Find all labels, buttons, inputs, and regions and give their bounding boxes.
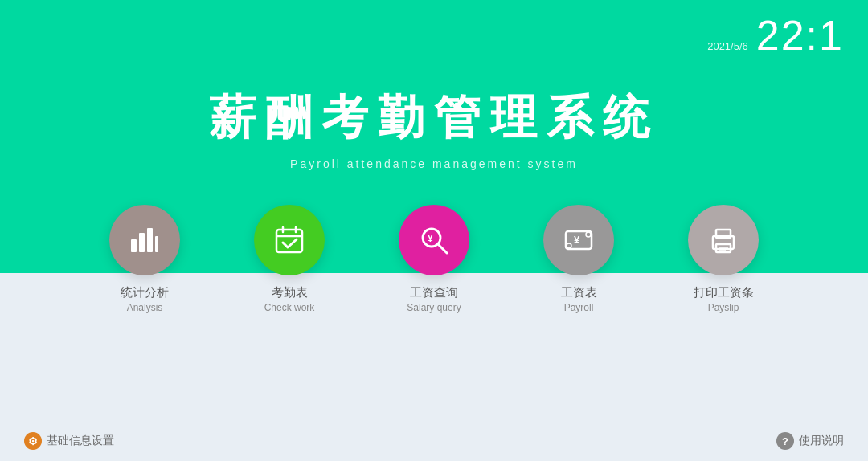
checkwork-circle: [254, 205, 325, 275]
menu-item-payslip[interactable]: 打印工资条 Payslip: [675, 205, 772, 313]
date-display: 2021/5/6: [707, 40, 748, 52]
time-display: 22:1: [756, 11, 844, 59]
menu-item-payroll[interactable]: ¥ 工资表 Payroll: [530, 205, 627, 313]
analysis-icon: [128, 223, 162, 257]
payroll-label-en: Payroll: [564, 302, 594, 313]
payslip-label-cn: 打印工资条: [694, 285, 754, 300]
settings-link[interactable]: ⚙ 基础信息设置: [24, 432, 114, 450]
svg-point-14: [567, 243, 571, 248]
help-link[interactable]: ? 使用说明: [776, 432, 844, 450]
analysis-circle: [109, 205, 180, 275]
menu-item-salary[interactable]: ¥ 工资查询 Salary query: [386, 205, 482, 313]
svg-text:¥: ¥: [428, 233, 433, 244]
help-label: 使用说明: [799, 434, 844, 448]
svg-text:¥: ¥: [574, 234, 580, 246]
main-title-en: Payroll attendance management system: [290, 157, 578, 170]
svg-line-9: [438, 244, 447, 253]
svg-rect-4: [276, 230, 302, 252]
svg-rect-0: [131, 239, 137, 252]
checkwork-label-cn: 考勤表: [272, 285, 308, 300]
settings-icon: ⚙: [24, 432, 42, 450]
menu-item-checkwork[interactable]: 考勤表 Check work: [241, 205, 338, 313]
settings-label: 基础信息设置: [47, 434, 114, 448]
salary-circle: ¥: [399, 205, 469, 275]
svg-rect-2: [147, 228, 153, 252]
payslip-circle: [688, 205, 759, 275]
payroll-icon: ¥: [562, 223, 596, 257]
app-wrapper: 2021/5/6 22:1 薪酬考勤管理系统 Payroll attendanc…: [0, 0, 868, 461]
payslip-icon: [706, 223, 740, 257]
salary-label-cn: 工资查询: [410, 285, 458, 300]
salary-icon: ¥: [417, 223, 451, 257]
analysis-label-cn: 统计分析: [121, 285, 169, 300]
main-title-cn: 薪酬考勤管理系统: [209, 87, 659, 149]
analysis-label-en: Analysis: [127, 302, 163, 313]
svg-rect-3: [155, 236, 158, 252]
salary-label-en: Salary query: [407, 302, 461, 313]
menu-item-analysis[interactable]: 统计分析 Analysis: [96, 205, 193, 313]
svg-point-13: [586, 232, 591, 237]
payslip-label-en: Payslip: [708, 302, 739, 313]
bottom-bar: ⚙ 基础信息设置 ? 使用说明: [0, 421, 868, 461]
menu-icons-row: 统计分析 Analysis 考勤表 Check work: [0, 205, 868, 313]
payroll-circle: ¥: [543, 205, 614, 275]
payroll-label-cn: 工资表: [561, 285, 597, 300]
svg-rect-1: [139, 233, 145, 252]
datetime-bar: 2021/5/6 22:1: [707, 11, 844, 59]
checkwork-icon: [272, 223, 306, 257]
checkwork-label-en: Check work: [264, 302, 315, 313]
help-icon: ?: [776, 432, 794, 450]
